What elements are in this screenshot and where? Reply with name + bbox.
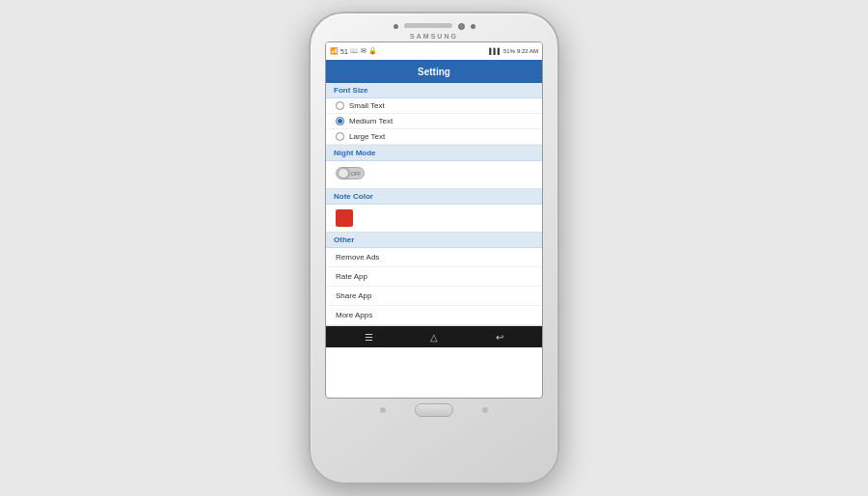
radio-small-circle (336, 101, 344, 110)
phone-device: SAMSUNG 📶 51 📖 ✉ 🔒 ▌▌▌ 51% 9:22 AM Setti… (309, 12, 559, 484)
note-color-swatch[interactable] (336, 209, 353, 227)
radio-medium-text[interactable]: Medium Text (326, 114, 542, 129)
other-header: Other (326, 233, 542, 248)
rate-app-item[interactable]: Rate App (326, 267, 542, 287)
night-mode-header: Night Mode (326, 146, 542, 161)
toggle-knob (338, 168, 349, 179)
speaker-grille (404, 23, 452, 28)
large-text-label: Large Text (349, 132, 385, 141)
camera-area (393, 23, 475, 30)
share-app-item[interactable]: Share App (326, 287, 542, 306)
signal-bars: ▌▌▌ (489, 48, 502, 54)
font-size-header: Font Size (326, 83, 542, 98)
app-title: Setting (418, 67, 450, 77)
bottom-buttons-row (380, 403, 488, 417)
right-soft-key[interactable] (482, 407, 488, 413)
status-bar: 📶 51 📖 ✉ 🔒 ▌▌▌ 51% 9:22 AM (326, 42, 542, 60)
home-button[interactable] (415, 403, 453, 417)
sensor (458, 23, 465, 30)
menu-nav-icon[interactable]: ☰ (365, 332, 373, 343)
note-color-row[interactable] (326, 205, 542, 232)
font-size-body: Small Text Medium Text Large Text (326, 98, 542, 146)
shield-icon: 🔒 (368, 47, 377, 55)
brand-label: SAMSUNG (410, 33, 458, 40)
status-right: ▌▌▌ 51% 9:22 AM (489, 48, 538, 54)
settings-content[interactable]: Font Size Small Text Medium Text Large T… (326, 83, 542, 326)
night-mode-toggle[interactable]: OFF (336, 167, 365, 179)
time-display: 9:22 AM (517, 48, 538, 54)
other-body: Remove Ads Rate App Share App More Apps (326, 248, 542, 326)
night-mode-row[interactable]: OFF (326, 161, 542, 188)
battery-level: 51% (503, 48, 515, 54)
bottom-nav-bar: ☰ △ ↩ (326, 326, 542, 347)
signal-strength: 📶 (330, 47, 339, 55)
led (471, 24, 475, 29)
radio-medium-circle (336, 117, 344, 125)
radio-large-text[interactable]: Large Text (326, 129, 542, 145)
medium-text-label: Medium Text (349, 117, 393, 125)
more-apps-item[interactable]: More Apps (326, 306, 542, 325)
notification-icon: ✉ (361, 47, 366, 55)
front-camera (393, 24, 398, 29)
app-title-bar: Setting (326, 60, 542, 83)
back-nav-icon[interactable]: ↩ (496, 332, 503, 343)
remove-ads-item[interactable]: Remove Ads (326, 248, 542, 267)
phone-bottom (380, 403, 488, 417)
small-text-label: Small Text (349, 101, 385, 110)
status-left: 📶 51 📖 ✉ 🔒 (330, 47, 377, 55)
note-color-body (326, 205, 542, 233)
night-mode-body: OFF (326, 161, 542, 189)
note-color-header: Note Color (326, 189, 542, 205)
phone-screen: 📶 51 📖 ✉ 🔒 ▌▌▌ 51% 9:22 AM Setting Font … (325, 41, 543, 399)
book-icon: 📖 (350, 47, 359, 55)
left-soft-key[interactable] (380, 407, 386, 413)
signal-number: 51 (340, 48, 348, 55)
home-nav-icon[interactable]: △ (430, 332, 438, 343)
radio-small-text[interactable]: Small Text (326, 98, 542, 114)
radio-large-circle (336, 132, 344, 141)
toggle-off-label: OFF (351, 171, 361, 177)
